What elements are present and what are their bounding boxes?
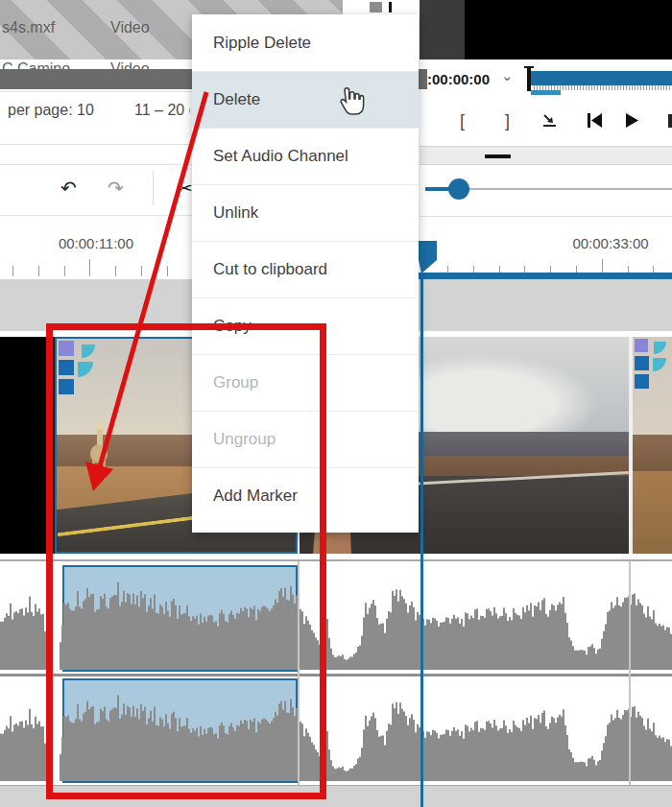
menu-item-ungroup: Ungroup: [192, 411, 419, 467]
menu-item-group: Group: [192, 354, 419, 411]
menu-item-unlink[interactable]: Unlink: [192, 184, 419, 241]
menu-item-add-marker[interactable]: Add Marker: [192, 467, 419, 524]
menu-item-ripple-delete[interactable]: Ripple Delete: [192, 14, 419, 71]
timeline-footer-band[interactable]: [0, 785, 672, 807]
channel-logo-mosaic: [635, 339, 672, 394]
llama-figure-small: [89, 423, 110, 483]
audio-waveform-2: [0, 676, 672, 783]
menu-item-delete[interactable]: Delete: [192, 71, 419, 128]
playhead-line[interactable]: [420, 278, 423, 807]
clip-boundary: [298, 561, 300, 785]
playhead-flag[interactable]: [419, 241, 437, 273]
clip-boundary: [46, 561, 47, 785]
channel-logo-mosaic: [59, 341, 114, 396]
menu-item-copy[interactable]: Copy: [192, 297, 419, 354]
clip-boundary: [629, 561, 631, 785]
thumb-ground: [633, 471, 672, 554]
ruler-range-bar: [419, 273, 672, 279]
video-clip-3[interactable]: [633, 337, 672, 554]
hand-cursor-icon: [336, 86, 365, 119]
video-editor-app: s4s.mxf Video C Camino Video per page: 1…: [0, 0, 672, 807]
menu-item-cut-to-clipboard[interactable]: Cut to clipboard: [192, 241, 419, 297]
menu-item-set-audio-channel[interactable]: Set Audio Channel: [192, 128, 419, 184]
audio-waveform-1: [0, 563, 672, 672]
video-track-lead-black: [0, 337, 55, 554]
context-menu: Ripple DeleteDeleteSet Audio ChannelUnli…: [192, 14, 419, 533]
